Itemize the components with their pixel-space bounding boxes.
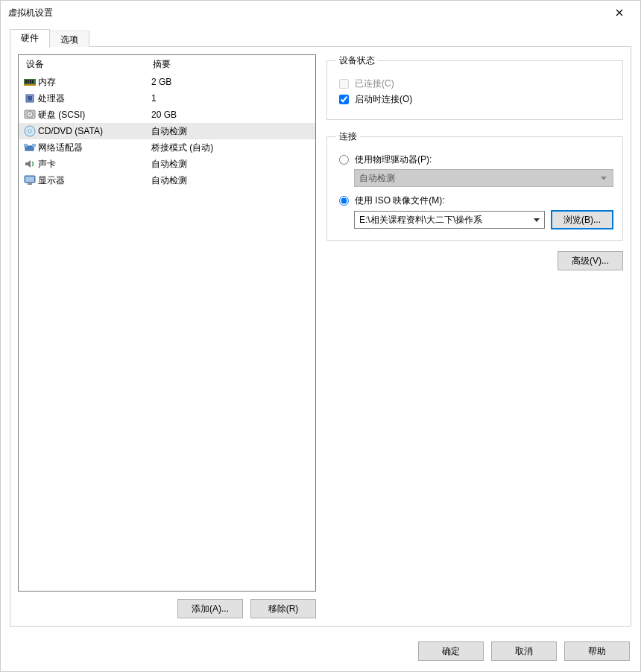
device-status-group: 设备状态 已连接(C) 启动时连接(O): [326, 54, 623, 120]
close-button[interactable]: [604, 2, 634, 23]
svg-rect-14: [24, 144, 28, 147]
close-icon: [616, 9, 623, 16]
svg-point-10: [29, 114, 31, 115]
cancel-button[interactable]: 取消: [491, 641, 557, 661]
device-summary: 桥接模式 (自动): [151, 142, 311, 154]
device-row[interactable]: 处理器1: [19, 90, 315, 107]
physical-drive-value: 自动检测: [359, 172, 395, 185]
header-device: 设备: [26, 58, 153, 71]
right-pane: 设备状态 已连接(C) 启动时连接(O) 连接 使用物理驱动器(P):: [326, 54, 623, 618]
svg-rect-15: [32, 144, 36, 147]
display-icon: [23, 174, 37, 186]
iso-row: E:\相关课程资料\大二下\操作系 浏览(B)...: [354, 210, 613, 229]
device-summary: 2 GB: [151, 77, 311, 87]
titlebar: 虚拟机设置: [1, 1, 640, 25]
svg-rect-4: [30, 80, 31, 83]
sound-icon: [23, 158, 37, 170]
use-iso-radio[interactable]: [339, 196, 349, 206]
svg-rect-17: [25, 177, 34, 182]
cd-icon: [23, 125, 37, 137]
advanced-row: 高级(V)...: [326, 251, 623, 270]
window-title: 虚拟机设置: [7, 7, 604, 19]
device-name: 硬盘 (SCSI): [38, 109, 151, 121]
device-row[interactable]: 硬盘 (SCSI)20 GB: [19, 107, 315, 123]
connect-poweron-checkbox[interactable]: [339, 95, 349, 104]
connect-poweron-label[interactable]: 启动时连接(O): [355, 93, 412, 106]
hardware-panel: 设备 摘要 内存2 GB处理器1硬盘 (SCSI)20 GBCD/DVD (SA…: [10, 46, 631, 627]
svg-rect-5: [32, 80, 34, 83]
device-status-legend: 设备状态: [336, 54, 378, 67]
advanced-button[interactable]: 高级(V)...: [558, 251, 623, 270]
connection-legend: 连接: [336, 130, 360, 143]
svg-point-12: [28, 130, 31, 133]
device-row[interactable]: 内存2 GB: [19, 74, 315, 90]
svg-rect-2: [25, 80, 27, 83]
physical-drive-select: 自动检测: [354, 169, 613, 187]
add-button[interactable]: 添加(A)...: [177, 599, 243, 618]
cpu-icon: [23, 92, 37, 104]
left-button-row: 添加(A)... 移除(R): [18, 592, 316, 618]
remove-button[interactable]: 移除(R): [250, 599, 316, 618]
memory-icon: [23, 76, 37, 88]
device-summary: 自动检测: [151, 174, 311, 187]
connected-row: 已连接(C): [336, 77, 613, 90]
device-name: 显示器: [38, 174, 151, 187]
content-area: 硬件 选项 设备 摘要 内存2 GB处理器1硬盘 (SCSI)20 GBCD/D…: [1, 25, 640, 634]
svg-rect-18: [28, 183, 32, 185]
device-name: 内存: [38, 76, 151, 89]
help-button[interactable]: 帮助: [564, 641, 630, 661]
connection-group: 连接 使用物理驱动器(P): 自动检测 使用 ISO 映像文件(M):: [326, 130, 623, 241]
use-physical-radio[interactable]: [339, 155, 349, 165]
device-summary: 自动检测: [151, 125, 311, 138]
network-icon: [23, 142, 37, 153]
connected-label: 已连接(C): [355, 77, 394, 90]
tab-options[interactable]: 选项: [49, 31, 89, 47]
use-iso-label[interactable]: 使用 ISO 映像文件(M):: [355, 194, 445, 207]
svg-rect-3: [28, 80, 29, 83]
svg-rect-1: [24, 84, 36, 86]
tab-strip: 硬件 选项: [10, 29, 631, 47]
device-row[interactable]: 显示器自动检测: [19, 172, 315, 188]
svg-rect-7: [28, 96, 32, 101]
ok-button[interactable]: 确定: [418, 641, 484, 661]
device-summary: 1: [151, 93, 311, 104]
device-name: 网络适配器: [38, 142, 151, 154]
header-summary: 摘要: [153, 58, 311, 71]
iso-path-value: E:\相关课程资料\大二下\操作系: [359, 214, 482, 226]
device-summary: 自动检测: [151, 158, 311, 171]
iso-path-combo[interactable]: E:\相关课程资料\大二下\操作系: [354, 211, 545, 229]
footer-buttons: 确定 取消 帮助: [1, 634, 640, 671]
disk-icon: [23, 109, 37, 121]
device-name: 处理器: [38, 92, 151, 105]
device-row[interactable]: CD/DVD (SATA)自动检测: [19, 123, 315, 139]
device-name: 声卡: [38, 158, 151, 171]
device-list-header: 设备 摘要: [19, 55, 315, 74]
device-row[interactable]: 声卡自动检测: [19, 156, 315, 172]
vm-settings-window: 虚拟机设置 硬件 选项 设备 摘要 内存2 GB处理器1硬盘 (SCSI)20 …: [0, 0, 641, 672]
use-iso-row: 使用 ISO 映像文件(M):: [336, 194, 613, 207]
connected-checkbox: [339, 79, 349, 89]
left-pane: 设备 摘要 内存2 GB处理器1硬盘 (SCSI)20 GBCD/DVD (SA…: [18, 54, 316, 618]
device-name: CD/DVD (SATA): [38, 126, 151, 136]
use-physical-row: 使用物理驱动器(P):: [336, 153, 613, 166]
tab-hardware[interactable]: 硬件: [10, 29, 50, 48]
device-row[interactable]: 网络适配器桥接模式 (自动): [19, 139, 315, 156]
browse-button[interactable]: 浏览(B)...: [551, 210, 613, 229]
connect-poweron-row: 启动时连接(O): [336, 93, 613, 106]
use-physical-label[interactable]: 使用物理驱动器(P):: [355, 153, 432, 166]
device-list: 设备 摘要 内存2 GB处理器1硬盘 (SCSI)20 GBCD/DVD (SA…: [18, 54, 316, 592]
device-summary: 20 GB: [151, 110, 311, 120]
